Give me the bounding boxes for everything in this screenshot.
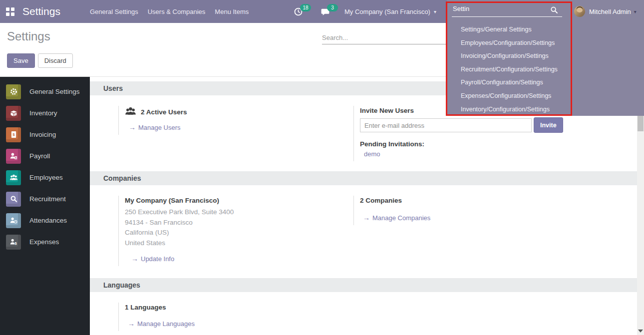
manage-users-link[interactable]: → Manage Users bbox=[129, 123, 181, 131]
box-icon bbox=[6, 106, 21, 121]
section-title: Companies bbox=[103, 174, 141, 182]
search-result-item[interactable]: Payroll/Configuration/Settings bbox=[447, 76, 573, 89]
arrow-right-icon: → bbox=[128, 320, 135, 328]
sidebar-item-inventory[interactable]: Inventory bbox=[0, 102, 90, 124]
search-result-item[interactable]: Recruitment/Configuration/Settings bbox=[447, 63, 573, 76]
svg-text:$: $ bbox=[15, 156, 16, 159]
navbar-menu: General Settings Users & Companies Menu … bbox=[90, 6, 249, 17]
invite-email-field[interactable] bbox=[360, 118, 532, 132]
address-line: United States bbox=[125, 238, 343, 249]
languages-count: 1 Languages bbox=[125, 304, 343, 311]
app-title: Settings bbox=[22, 5, 60, 17]
active-users-block: 2 Active Users → Manage Users bbox=[118, 106, 343, 135]
sidebar-item-expenses[interactable]: $ Expenses bbox=[0, 231, 90, 253]
languages-block: 1 Languages → Manage Languages bbox=[118, 303, 343, 331]
sidebar-item-attendances[interactable]: Attendances bbox=[0, 210, 90, 231]
sidebar-item-label: Payroll bbox=[29, 152, 50, 160]
chevron-down-icon: ▾ bbox=[434, 9, 436, 14]
sidebar-item-recruitment[interactable]: Recruitment bbox=[0, 188, 90, 210]
manage-users-label: Manage Users bbox=[138, 124, 181, 131]
sidebar-item-invoicing[interactable]: $ Invoicing bbox=[0, 124, 90, 145]
menu-general-settings[interactable]: General Settings bbox=[90, 6, 138, 17]
scrollbar-down-arrow[interactable] bbox=[638, 330, 643, 333]
sidebar-item-label: Expenses bbox=[29, 238, 59, 246]
gear-icon bbox=[6, 84, 21, 99]
active-users-count: 2 Active Users bbox=[141, 108, 187, 116]
sidebar-item-general-settings[interactable]: General Settings bbox=[0, 81, 90, 102]
menu-users-companies[interactable]: Users & Companies bbox=[148, 6, 206, 17]
expense-icon: $ bbox=[6, 235, 21, 250]
section-title: Languages bbox=[103, 281, 140, 289]
pending-user-name: demo bbox=[364, 150, 380, 158]
user-menu[interactable]: Mitchell Admin ▾ bbox=[574, 0, 637, 23]
employees-icon bbox=[6, 170, 21, 185]
svg-text:$: $ bbox=[12, 132, 15, 137]
company-name: My Company (San Francisco) bbox=[125, 197, 343, 204]
magnifier-icon bbox=[6, 192, 21, 207]
sidebar-item-label: Employees bbox=[29, 174, 63, 181]
sidebar-item-employees[interactable]: Employees bbox=[0, 167, 90, 188]
pending-invitations-label: Pending Invitations: bbox=[360, 140, 613, 148]
chevron-down-icon: ▾ bbox=[634, 9, 637, 14]
activity-clock-icon[interactable]: 18 bbox=[294, 0, 311, 23]
address-line: 250 Executive Park Blvd, Suite 3400 bbox=[125, 207, 343, 218]
avatar bbox=[574, 6, 585, 17]
sidebar-item-label: General Settings bbox=[29, 88, 80, 95]
invoice-icon: $ bbox=[6, 127, 21, 142]
company-switcher[interactable]: My Company (San Francisco) ▾ bbox=[344, 8, 436, 15]
section-title: Users bbox=[103, 84, 123, 92]
address-line: California (US) bbox=[125, 228, 343, 238]
companies-count: 2 Companies bbox=[360, 197, 613, 204]
arrow-right-icon: → bbox=[363, 214, 370, 222]
update-info-label: Update Info bbox=[141, 255, 174, 263]
content-search-placeholder: Search... bbox=[322, 34, 348, 41]
search-result-item[interactable]: Expenses/Configuration/Settings bbox=[447, 89, 573, 103]
menu-search-input[interactable]: Settin bbox=[452, 1, 562, 17]
pending-user-link[interactable]: demo bbox=[364, 150, 380, 158]
activity-count-badge: 18 bbox=[300, 4, 311, 11]
menu-search-query: Settin bbox=[452, 5, 469, 12]
svg-text:$: $ bbox=[14, 241, 17, 246]
company-info-block: My Company (San Francisco) 250 Executive… bbox=[118, 196, 343, 266]
search-result-list: Settings/General Settings Employees/Conf… bbox=[447, 23, 573, 116]
manage-companies-link[interactable]: → Manage Companies bbox=[363, 214, 430, 222]
apps-grid-icon[interactable] bbox=[6, 7, 14, 16]
scrollbar-thumb[interactable] bbox=[638, 116, 644, 131]
discard-button[interactable]: Discard bbox=[38, 53, 73, 68]
invite-button[interactable]: Invite bbox=[534, 117, 563, 133]
company-switcher-label: My Company (San Francisco) bbox=[344, 8, 430, 15]
sidebar-item-label: Inventory bbox=[29, 109, 57, 117]
sidebar-item-label: Recruitment bbox=[29, 195, 66, 203]
search-result-item[interactable]: Employees/Configuration/Settings bbox=[447, 36, 573, 50]
sidebar-item-payroll[interactable]: $ Payroll bbox=[0, 145, 90, 167]
message-count-badge: 3 bbox=[327, 4, 338, 11]
attendance-icon bbox=[6, 213, 21, 228]
users-group-icon bbox=[125, 107, 136, 117]
arrow-right-icon: → bbox=[131, 255, 138, 263]
manage-companies-label: Manage Companies bbox=[372, 214, 430, 222]
search-icon[interactable] bbox=[550, 6, 558, 14]
settings-sidebar: General Settings Inventory $ Invoicing bbox=[0, 77, 90, 335]
sidebar-item-label: Invoicing bbox=[29, 131, 56, 138]
address-line: 94134 - San Francisco bbox=[125, 218, 343, 228]
user-name: Mitchell Admin bbox=[589, 8, 631, 15]
manage-languages-link[interactable]: → Manage Languages bbox=[128, 320, 195, 328]
arrow-right-icon: → bbox=[129, 123, 136, 131]
manage-languages-label: Manage Languages bbox=[137, 320, 195, 328]
search-result-item[interactable]: Settings/General Settings bbox=[447, 23, 573, 36]
page-title: Settings bbox=[7, 29, 50, 43]
save-button[interactable]: Save bbox=[7, 53, 35, 68]
messages-icon[interactable]: 3 bbox=[321, 0, 337, 23]
systray: 18 3 My Company (San Francisco) ▾ bbox=[294, 0, 436, 23]
menu-menu-items[interactable]: Menu Items bbox=[215, 6, 249, 17]
companies-count-block: 2 Companies → Manage Companies bbox=[353, 196, 613, 225]
update-info-link[interactable]: → Update Info bbox=[131, 255, 174, 263]
section-header-languages: Languages bbox=[90, 278, 637, 292]
section-header-companies: Companies bbox=[90, 171, 637, 185]
sidebar-item-label: Attendances bbox=[29, 217, 67, 224]
payroll-icon: $ bbox=[6, 149, 21, 164]
search-result-item[interactable]: Invoicing/Configuration/Settings bbox=[447, 49, 573, 63]
search-result-item[interactable]: Inventory/Configuration/Settings bbox=[447, 103, 573, 116]
